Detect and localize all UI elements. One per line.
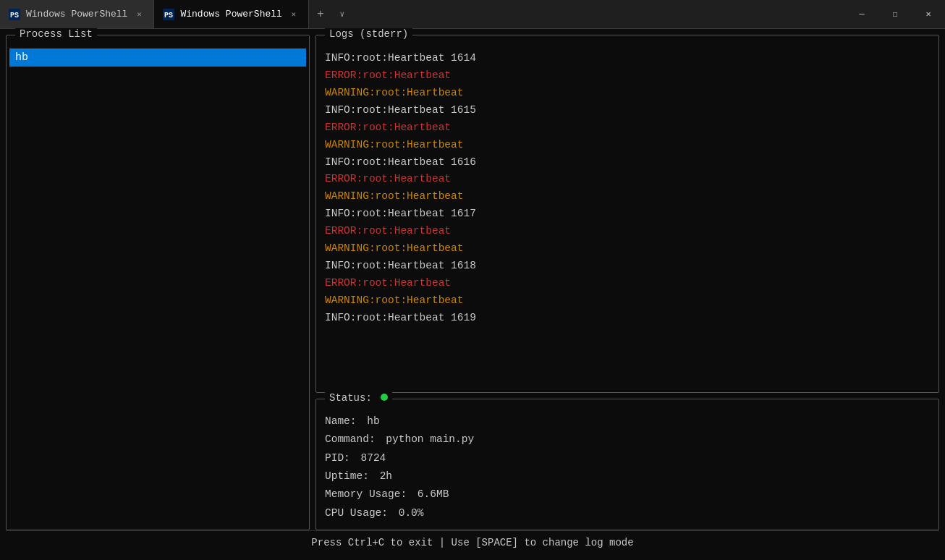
tab-powershell-2[interactable]: PS Windows PowerShell ✕ xyxy=(154,0,308,28)
log-line: WARNING:root:Heartbeat xyxy=(325,240,930,258)
log-line: WARNING:root:Heartbeat xyxy=(325,292,930,310)
powershell-icon-1: PS xyxy=(9,9,20,20)
log-line: INFO:root:Heartbeat 1617 xyxy=(325,205,930,223)
log-line: INFO:root:Heartbeat 1619 xyxy=(325,310,930,327)
status-indicator xyxy=(381,394,388,401)
svg-text:PS: PS xyxy=(10,12,19,20)
log-line: WARNING:root:Heartbeat xyxy=(325,137,930,154)
right-column: Logs (stderr) INFO:root:Heartbeat 1614ER… xyxy=(315,35,939,530)
titlebar: PS Windows PowerShell ✕ PS Windows Power… xyxy=(0,0,945,29)
add-tab-button[interactable]: + xyxy=(309,0,332,28)
tab2-close-icon[interactable]: ✕ xyxy=(288,9,300,20)
log-line: INFO:root:Heartbeat 1614 xyxy=(325,50,930,67)
status-panel: Status: Name: hb Command: python main.py… xyxy=(315,399,939,530)
status-uptime-row: Uptime: 2h xyxy=(325,467,930,485)
status-pid-row: PID: 8724 xyxy=(325,449,930,467)
logs-panel: Logs (stderr) INFO:root:Heartbeat 1614ER… xyxy=(315,35,939,393)
panels-row: Process List hb Logs (stderr) INFO:root:… xyxy=(6,35,939,530)
close-button[interactable]: ✕ xyxy=(912,0,945,28)
log-line: INFO:root:Heartbeat 1615 xyxy=(325,102,930,119)
process-list-title: Process List xyxy=(15,28,97,40)
process-item-hb[interactable]: hb xyxy=(9,48,306,67)
main-content: Process List hb Logs (stderr) INFO:root:… xyxy=(0,29,945,560)
tab-dropdown-button[interactable]: ∨ xyxy=(332,0,352,28)
status-command-row: Command: python main.py xyxy=(325,430,930,449)
window-controls: — ☐ ✕ xyxy=(845,0,945,28)
log-line: ERROR:root:Heartbeat xyxy=(325,275,930,292)
logs-content: INFO:root:Heartbeat 1614ERROR:root:Heart… xyxy=(316,44,938,392)
status-cpu-row: CPU Usage: 0.0% xyxy=(325,504,930,522)
logs-title: Logs (stderr) xyxy=(325,28,412,40)
log-line: WARNING:root:Heartbeat xyxy=(325,85,930,102)
tab-powershell-1[interactable]: PS Windows PowerShell ✕ xyxy=(0,0,154,28)
tab2-label: Windows PowerShell xyxy=(180,9,281,20)
status-title: Status: xyxy=(325,392,392,404)
log-line: INFO:root:Heartbeat 1618 xyxy=(325,258,930,275)
status-content: Name: hb Command: python main.py PID: 87… xyxy=(316,408,938,530)
log-line: INFO:root:Heartbeat 1616 xyxy=(325,154,930,171)
tab1-close-icon[interactable]: ✕ xyxy=(133,9,145,20)
log-line: ERROR:root:Heartbeat xyxy=(325,119,930,137)
svg-text:PS: PS xyxy=(164,12,173,20)
process-list-panel: Process List hb xyxy=(6,35,310,530)
status-memory-row: Memory Usage: 6.6MB xyxy=(325,485,930,504)
tab1-label: Windows PowerShell xyxy=(26,9,127,20)
status-name-row: Name: hb xyxy=(325,412,930,430)
process-list-content: hb xyxy=(7,44,309,530)
minimize-button[interactable]: — xyxy=(845,0,878,28)
log-line: ERROR:root:Heartbeat xyxy=(325,171,930,188)
bottom-bar: Press Ctrl+C to exit | Use [SPACE] to ch… xyxy=(6,530,939,554)
maximize-button[interactable]: ☐ xyxy=(878,0,912,28)
powershell-icon-2: PS xyxy=(163,9,174,20)
log-line: ERROR:root:Heartbeat xyxy=(325,67,930,85)
log-line: WARNING:root:Heartbeat xyxy=(325,188,930,205)
log-line: ERROR:root:Heartbeat xyxy=(325,223,930,240)
